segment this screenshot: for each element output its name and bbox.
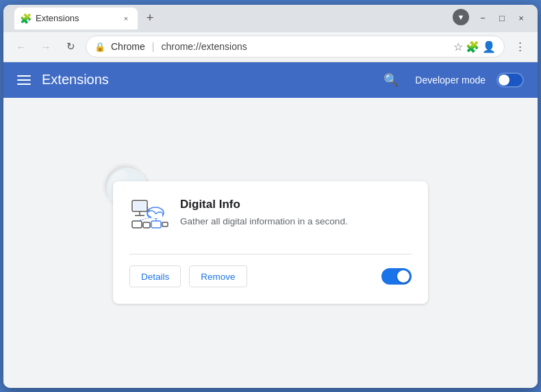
svg-rect-12 xyxy=(162,222,168,226)
window-controls: − □ × xyxy=(477,13,527,24)
details-button[interactable]: Details xyxy=(129,265,181,287)
menu-button[interactable]: ⋮ xyxy=(510,37,529,56)
extension-toggle[interactable] xyxy=(381,268,412,285)
svg-rect-11 xyxy=(151,221,161,228)
extension-icon xyxy=(129,198,169,237)
profile-icon[interactable]: 👤 xyxy=(482,40,496,53)
developer-mode-label: Developer mode xyxy=(415,75,486,86)
close-button[interactable]: × xyxy=(516,13,527,24)
active-tab[interactable]: 🧩 Extensions × xyxy=(14,8,138,29)
nav-bar: ← → ↻ 🔒 Chrome | chrome://extensions ☆ 🧩… xyxy=(3,32,538,62)
title-bar: 🧩 Extensions × + ▼ − □ × xyxy=(3,5,538,32)
extension-info: Digital Info Gather all digital informat… xyxy=(180,198,348,237)
forward-icon: → xyxy=(41,41,51,53)
reload-button[interactable]: ↻ xyxy=(61,37,80,56)
search-button[interactable]: 🔍 xyxy=(383,73,399,88)
remove-button[interactable]: Remove xyxy=(189,265,247,287)
tab-label: Extensions xyxy=(36,13,116,23)
reload-icon: ↻ xyxy=(66,40,75,53)
nav-bar-right: ⋮ xyxy=(510,37,529,56)
svg-rect-7 xyxy=(151,214,162,218)
tab-bar: 🧩 Extensions × + xyxy=(9,8,231,29)
new-tab-button[interactable]: + xyxy=(140,9,160,28)
forward-button[interactable]: → xyxy=(36,37,55,56)
maximize-button[interactable]: □ xyxy=(496,13,507,24)
extension-card-top: Digital Info Gather all digital informat… xyxy=(129,198,412,237)
developer-mode-toggle[interactable] xyxy=(496,73,524,88)
extensions-content: 🔍 RISK.COM xyxy=(3,98,538,388)
extensions-icon[interactable]: 🧩 xyxy=(466,40,479,53)
back-icon: ← xyxy=(16,41,27,53)
extension-description: Gather all digital information in a seco… xyxy=(180,215,348,228)
svg-rect-9 xyxy=(132,221,142,228)
svg-rect-1 xyxy=(134,202,146,210)
title-bar-right: ▼ xyxy=(453,9,475,28)
address-origin: Chrome xyxy=(111,41,145,52)
tab-extension-icon: 🧩 xyxy=(20,13,32,24)
svg-line-13 xyxy=(137,217,153,221)
extensions-title: Extensions xyxy=(42,72,373,88)
address-path: chrome://extensions xyxy=(161,41,247,52)
extension-card-bottom: Details Remove xyxy=(129,254,412,287)
menu-icon: ⋮ xyxy=(515,40,525,53)
extensions-header: Extensions 🔍 Developer mode xyxy=(3,62,538,98)
minimize-button[interactable]: − xyxy=(477,13,488,24)
extension-name: Digital Info xyxy=(180,198,348,211)
star-icon[interactable]: ☆ xyxy=(453,40,463,53)
browser-window: 🧩 Extensions × + ▼ − □ × ← → ↻ xyxy=(3,5,538,388)
address-bar[interactable]: 🔒 Chrome | chrome://extensions ☆ 🧩 👤 xyxy=(86,36,505,57)
lock-icon: 🔒 xyxy=(95,42,105,52)
svg-rect-10 xyxy=(143,222,150,228)
dropdown-icon: ▼ xyxy=(457,13,465,21)
address-separator: | xyxy=(152,41,155,52)
extension-card: Digital Info Gather all digital informat… xyxy=(113,181,428,304)
profile-menu-button[interactable]: ▼ xyxy=(453,9,469,25)
tab-close-button[interactable]: × xyxy=(120,12,132,25)
address-bar-actions: ☆ 🧩 👤 xyxy=(453,40,496,53)
back-button[interactable]: ← xyxy=(12,37,31,56)
hamburger-menu[interactable] xyxy=(17,75,31,85)
